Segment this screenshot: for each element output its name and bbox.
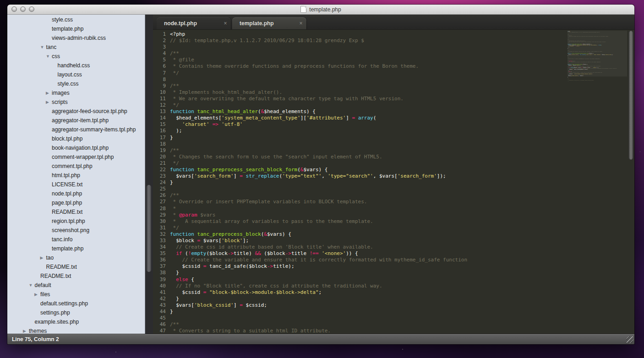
tree-item-aggregator-summary-items.tpl.php[interactable]: aggregator-summary-items.tpl.php xyxy=(7,125,145,134)
code-line[interactable]: 47 * Converts a string to a suitable htm… xyxy=(153,328,467,334)
code-line[interactable]: 32function tanc_preprocess_block(&$vars)… xyxy=(153,231,467,238)
code-line[interactable]: 6 * Contains theme override functions an… xyxy=(153,63,467,70)
close-button[interactable] xyxy=(11,6,17,12)
code-line[interactable]: 10 * Implements hook_html_head_alter(). xyxy=(153,89,467,96)
code-line[interactable]: 30 * A sequential array of variables to … xyxy=(153,218,467,225)
code-editor[interactable]: 1<?php2// $Id: template.php,v 1.1.2.7 20… xyxy=(153,30,634,334)
code-line[interactable]: 12 */ xyxy=(153,102,467,108)
tree-item-files[interactable]: ▶files xyxy=(7,290,145,299)
tab-template.php[interactable]: template.php× xyxy=(232,17,306,29)
editor-scrollbar-thumb[interactable] xyxy=(628,31,633,160)
code-line[interactable]: 35 if (!empty($block->title) && ($block-… xyxy=(153,250,467,257)
tree-item-comment.tpl.php[interactable]: comment.tpl.php xyxy=(7,162,145,171)
tree-item-book-navigation.tpl.php[interactable]: book-navigation.tpl.php xyxy=(7,143,145,152)
code-line[interactable]: 8 xyxy=(153,76,467,83)
tree-item-block.tpl.php[interactable]: block.tpl.php xyxy=(7,134,145,143)
minimize-button[interactable] xyxy=(20,6,26,12)
tree-item-page.tpl.php[interactable]: page.tpl.php xyxy=(7,198,145,207)
tree-item-handheld.css[interactable]: handheld.css xyxy=(7,61,145,70)
code-line[interactable]: 40 // If no "Block title", create css id… xyxy=(153,283,467,289)
tree-item-themes[interactable]: ▶themes xyxy=(7,326,145,334)
sidebar-scrollbar-thumb[interactable] xyxy=(147,185,151,272)
sidebar-scrollbar[interactable] xyxy=(145,15,153,334)
tree-item-tanc[interactable]: ▼tanc xyxy=(7,43,145,52)
code-line[interactable]: 27 * Override or insert PHPTemplate vari… xyxy=(153,199,467,205)
code-line[interactable]: 41 $cssid = "block-$block->module-$block… xyxy=(153,289,467,296)
tree-item-template.php[interactable]: template.php xyxy=(7,24,145,33)
tree-item-default.settings.php[interactable]: default.settings.php xyxy=(7,299,145,308)
code-line[interactable]: 37 $cssid = tanc_id_safe($block->title); xyxy=(153,263,467,270)
tree-item-screenshot.png[interactable]: screenshot.png xyxy=(7,226,145,235)
code-line[interactable]: 26/** xyxy=(153,192,467,199)
code-line[interactable]: 11 * We are overwriting the default meta… xyxy=(153,96,467,102)
code-line[interactable]: 21 */ xyxy=(153,160,467,167)
code-line[interactable]: 16 ); xyxy=(153,128,467,134)
code-line[interactable]: 5 * @file xyxy=(153,57,467,63)
tree-item-aggregator-feed-source.tpl.php[interactable]: aggregator-feed-source.tpl.php xyxy=(7,107,145,116)
tree-item-settings.php[interactable]: settings.php xyxy=(7,308,145,317)
code-line[interactable]: 42 } xyxy=(153,296,467,302)
disclosure-triangle-icon[interactable]: ▶ xyxy=(46,98,52,107)
window-titlebar[interactable]: template.php xyxy=(7,5,634,15)
code-line[interactable]: 36 // Create the variable and ensure tha… xyxy=(153,257,467,263)
code-line[interactable]: 18 xyxy=(153,141,467,147)
tree-item-css[interactable]: ▼css xyxy=(7,52,145,61)
tree-item-aggregator-item.tpl.php[interactable]: aggregator-item.tpl.php xyxy=(7,116,145,125)
code-line[interactable]: 23 $vars['search_form'] = str_replace('t… xyxy=(153,173,467,179)
code-line[interactable]: 14 $head_elements['system_meta_content_t… xyxy=(153,115,467,121)
tab-close-icon[interactable]: × xyxy=(220,17,231,29)
disclosure-triangle-icon[interactable]: ▼ xyxy=(46,52,52,61)
code-line[interactable]: 39 else { xyxy=(153,277,467,283)
code-line[interactable]: 7 */ xyxy=(153,70,467,76)
disclosure-triangle-icon[interactable]: ▶ xyxy=(34,290,40,299)
minimap-viewport-indicator[interactable] xyxy=(568,31,627,76)
tab-close-icon[interactable]: × xyxy=(295,17,306,29)
code-line[interactable]: 19/** xyxy=(153,147,467,154)
tree-item-example.sites.php[interactable]: example.sites.php xyxy=(7,317,145,326)
code-line[interactable]: 46/** xyxy=(153,321,467,328)
tree-item-README.txt[interactable]: README.txt xyxy=(7,207,145,217)
disclosure-triangle-icon[interactable]: ▶ xyxy=(40,253,46,262)
code-line[interactable]: 3 xyxy=(153,44,467,50)
code-line[interactable]: 28 * xyxy=(153,206,467,212)
tree-item-region.tpl.php[interactable]: region.tpl.php xyxy=(7,217,145,226)
disclosure-triangle-icon[interactable]: ▶ xyxy=(46,88,52,98)
code-line[interactable]: 4/** xyxy=(153,50,467,57)
tree-item-views-admin-rubik.css[interactable]: views-admin-rubik.css xyxy=(7,33,145,43)
code-line[interactable]: 44} xyxy=(153,309,467,315)
code-line[interactable]: 38 } xyxy=(153,270,467,276)
code-line[interactable]: 34 // Create css id attribute based on '… xyxy=(153,244,467,250)
minimap[interactable]: <?php// $Id: template.php,v 1.1.2.7 2010… xyxy=(568,31,627,324)
code-line[interactable]: 43 $vars['block_cssid'] = $cssid; xyxy=(153,302,467,309)
disclosure-triangle-icon[interactable]: ▶ xyxy=(23,326,29,334)
resize-grip[interactable] xyxy=(627,336,633,343)
tree-item-LICENSE.txt[interactable]: LICENSE.txt xyxy=(7,180,145,189)
code-line[interactable]: 20 * Changes the search form to use the … xyxy=(153,154,467,160)
tree-item-README.txt[interactable]: README.txt xyxy=(7,262,145,271)
tree-item-README.txt[interactable]: README.txt xyxy=(7,271,145,281)
code-line[interactable]: 9/** xyxy=(153,83,467,89)
code-line[interactable]: 31 */ xyxy=(153,225,467,231)
zoom-button[interactable] xyxy=(29,6,34,12)
tree-item-style.css[interactable]: style.css xyxy=(7,79,145,88)
tree-item-tao[interactable]: ▶tao xyxy=(7,253,145,262)
tab-node.tpl.php[interactable]: node.tpl.php× xyxy=(157,17,231,29)
code-line[interactable]: 25 xyxy=(153,186,467,192)
tree-item-comment-wrapper.tpl.php[interactable]: comment-wrapper.tpl.php xyxy=(7,152,145,162)
code-line[interactable]: 2// $Id: template.php,v 1.1.2.7 2010/06/… xyxy=(153,38,467,44)
file-tree-sidebar[interactable]: style.csstemplate.phpviews-admin-rubik.c… xyxy=(7,15,145,334)
editor-scrollbar[interactable] xyxy=(628,30,634,334)
code-line[interactable]: 13function tanc_html_head_alter(&$head_e… xyxy=(153,108,467,115)
tree-item-html.tpl.php[interactable]: html.tpl.php xyxy=(7,171,145,180)
code-line[interactable]: 45 xyxy=(153,315,467,321)
tree-item-scripts[interactable]: ▶scripts xyxy=(7,98,145,107)
code-line[interactable]: 22function tanc_preprocess_search_block_… xyxy=(153,167,467,173)
disclosure-triangle-icon[interactable]: ▼ xyxy=(40,43,46,52)
disclosure-triangle-icon[interactable]: ▼ xyxy=(29,281,35,290)
code-line[interactable]: 33 $block = $vars['block']; xyxy=(153,238,467,244)
code-line[interactable]: 15 'charset' => 'utf-8' xyxy=(153,121,467,128)
tree-item-style.css[interactable]: style.css xyxy=(7,15,145,24)
tree-item-images[interactable]: ▶images xyxy=(7,88,145,98)
tree-item-tanc.info[interactable]: tanc.info xyxy=(7,235,145,244)
tree-item-template.php[interactable]: template.php xyxy=(7,244,145,253)
